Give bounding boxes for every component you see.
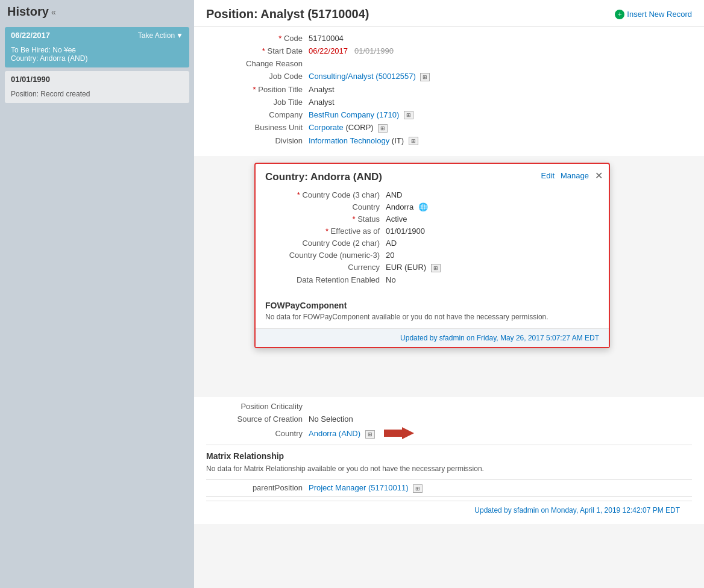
label-division: Division	[206, 136, 309, 145]
value-parent-position: Project Manager (51710011) ⊞	[309, 483, 423, 493]
label-company: Company	[206, 110, 309, 119]
overlay-field-effective: * Effective as of 01/01/1900	[265, 227, 599, 236]
overlay-title: Country: Andorra (AND)	[265, 171, 382, 183]
overlay-actions: Edit Manage ✕	[541, 170, 603, 181]
value-business-unit: Corporate (CORP) ⊞	[309, 123, 388, 133]
history-date-1: 06/22/2017	[11, 31, 50, 40]
value-job-title: Analyst	[309, 98, 335, 107]
label-source-creation: Source of Creation	[206, 414, 309, 424]
division-name[interactable]: Information Technology	[309, 136, 389, 145]
value-start-date: 06/22/2017 01/01/1990	[309, 46, 394, 55]
overlay-value-effective: 01/01/1900	[386, 227, 425, 236]
company-code: (1710)	[377, 110, 400, 119]
history-entry-1: 06/22/2017 Take Action ▼ To Be Hired: No…	[5, 27, 189, 67]
overlay-value-data-retention: No	[386, 275, 396, 284]
take-action-arrow-icon: ▼	[176, 31, 183, 40]
field-parent-position: parentPosition Project Manager (51710011…	[206, 483, 692, 493]
overlay-manage-button[interactable]: Manage	[561, 171, 589, 180]
sidebar-toggle[interactable]: «	[51, 7, 56, 17]
overlay-value-ccnum: 20	[386, 251, 394, 260]
division-lookup-icon[interactable]: ⊞	[409, 137, 418, 145]
label-start-date: * Start Date	[206, 46, 309, 55]
bu-name[interactable]: Corporate	[309, 123, 344, 132]
parent-position-name[interactable]: Project Manager	[309, 483, 366, 492]
label-position-title: * Position Title	[206, 85, 309, 94]
value-company: BestRun Company (1710) ⊞	[309, 110, 413, 120]
job-code-lookup-icon[interactable]: ⊞	[420, 73, 430, 81]
country-lower-name[interactable]: Andorra (AND)	[309, 429, 360, 438]
label-job-title: Job Title	[206, 98, 309, 107]
entry2-line1: Position: Record created	[11, 90, 90, 98]
overlay-label-status: * Status	[265, 214, 386, 224]
country-lower-lookup-icon[interactable]: ⊞	[365, 430, 375, 439]
history-entry-1-body: To Be Hired: No Yes Country: Andorra (AN…	[5, 43, 189, 67]
overlay-edit-button[interactable]: Edit	[541, 171, 555, 180]
overlay-label-effective: * Effective as of	[265, 227, 386, 236]
overlay-no-data-text: No data for FOWPayComponent available or…	[265, 313, 599, 321]
overlay-label-ccnum: Country Code (numeric-3)	[265, 251, 386, 260]
value-position-title: Analyst	[309, 85, 335, 94]
overlay-close-button[interactable]: ✕	[595, 170, 603, 181]
company-lookup-icon[interactable]: ⊞	[404, 111, 413, 119]
divider-3	[206, 496, 692, 497]
company-name[interactable]: BestRun Company	[309, 110, 374, 119]
value-source-creation: No Selection	[309, 414, 353, 424]
overlay-section-fow: FOWPayComponent	[265, 301, 609, 310]
history-entry-2: 01/01/1990 Position: Record created	[5, 71, 189, 103]
history-date-2: 01/01/1990	[11, 75, 50, 84]
globe-icon: 🌐	[418, 202, 428, 211]
svg-marker-0	[384, 427, 414, 439]
start-date-current: 06/22/2017	[309, 46, 348, 55]
overlay-footer: Updated by sfadmin on Friday, May 26, 20…	[256, 328, 609, 347]
overlay-form: * Country Code (3 char) AND Country Ando…	[256, 186, 609, 295]
matrix-section-title: Matrix Relationship	[206, 451, 692, 461]
overlay-field-currency: Currency EUR (EUR) ⊞	[265, 263, 599, 272]
label-code: * Code	[206, 34, 309, 43]
overlay-label-currency: Currency	[265, 263, 386, 272]
page-title: Position: Analyst (51710004)	[206, 7, 369, 21]
parent-position-lookup-icon[interactable]: ⊞	[413, 484, 423, 493]
divider-2	[206, 479, 692, 480]
overlay-field-country: Country Andorra 🌐	[265, 202, 599, 211]
history-entry-2-body: Position: Record created	[5, 87, 189, 103]
insert-new-button[interactable]: + Insert New Record	[615, 10, 692, 19]
take-action-button-1[interactable]: Take Action ▼	[138, 31, 183, 40]
bu-lookup-icon[interactable]: ⊞	[378, 124, 388, 133]
field-position-title: * Position Title Analyst	[206, 85, 692, 94]
matrix-no-data-text: No data for Matrix Relationship availabl…	[206, 464, 692, 473]
overlay-field-country-code-3: * Country Code (3 char) AND	[265, 190, 599, 199]
overlay-modal: Country: Andorra (AND) Edit Manage ✕ * C…	[254, 163, 610, 348]
value-code: 51710004	[309, 34, 344, 43]
overlay-field-ccnum: Country Code (numeric-3) 20	[265, 251, 599, 260]
divider-1	[206, 445, 692, 445]
field-source-creation: Source of Creation No Selection	[206, 414, 692, 424]
overlay-value-country: Andorra 🌐	[386, 202, 428, 211]
currency-lookup-icon[interactable]: ⊞	[431, 264, 441, 272]
parent-position-code: (51710011)	[368, 483, 409, 492]
field-country-lower: Country Andorra (AND) ⊞	[206, 427, 692, 441]
job-code-name[interactable]: Consulting/Analyst	[309, 72, 374, 81]
take-action-label-1: Take Action	[138, 31, 175, 40]
sidebar-title: History	[7, 5, 49, 19]
job-code-id: (50012557)	[376, 72, 416, 81]
overlay-value-status: Active	[386, 214, 407, 224]
value-division: Information Technology (IT) ⊞	[309, 136, 418, 146]
overlay-field-data-retention: Data Retention Enabled No	[265, 275, 599, 284]
overlay-header: Country: Andorra (AND) Edit Manage ✕	[256, 164, 609, 186]
field-job-title: Job Title Analyst	[206, 98, 692, 107]
entry1-label1: To Be Hired: No	[11, 46, 64, 54]
currency-value: EUR (EUR)	[386, 263, 426, 272]
label-job-code: Job Code	[206, 72, 309, 81]
field-code: * Code 51710004	[206, 34, 692, 43]
start-date-old: 01/01/1990	[354, 46, 394, 55]
field-company: Company BestRun Company (1710) ⊞	[206, 110, 692, 120]
arrow-indicator	[384, 427, 414, 441]
field-division: Division Information Technology (IT) ⊞	[206, 136, 692, 146]
field-position-criticality: Position Criticality	[206, 402, 692, 411]
label-business-unit: Business Unit	[206, 123, 309, 132]
overlay-field-cc2: Country Code (2 char) AD	[265, 239, 599, 248]
entry1-country-value[interactable]: Andorra (AND)	[40, 54, 87, 63]
overlay-value-cc2: AD	[386, 239, 397, 248]
page-header: Position: Analyst (51710004) + Insert Ne…	[194, 0, 704, 27]
lower-form: Position Criticality Source of Creation …	[194, 397, 704, 524]
